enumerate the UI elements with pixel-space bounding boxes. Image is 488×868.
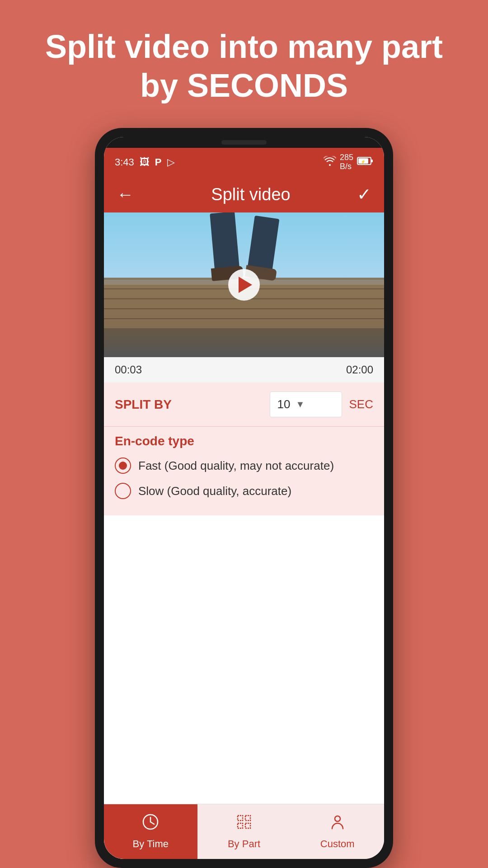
svg-point-11 [335,816,340,821]
video-player[interactable] [104,212,384,357]
grid-icon [235,813,253,835]
radio-slow-label: Slow (Good quality, accurate) [138,484,291,498]
split-value-dropdown[interactable]: 10 ▼ [270,392,342,417]
split-value: 10 [277,397,291,411]
toolbar-title: Split video [145,185,357,204]
confirm-button[interactable]: ✓ [357,184,371,204]
battery-icon: ⚡ [357,156,373,168]
back-button[interactable]: ← [117,185,134,204]
radio-fast-icon [115,458,131,474]
svg-rect-7 [238,816,243,821]
svg-rect-2 [371,160,373,162]
svg-rect-10 [245,823,250,828]
play-button[interactable] [228,269,260,301]
split-by-label: SPLIT BY [115,397,263,412]
status-data: 285B/s [340,153,353,171]
timeline-bar: 00:03 02:00 [104,357,384,382]
svg-text:⚡: ⚡ [361,159,366,165]
wifi-icon [324,156,336,168]
encode-section: En-code type Fast (Good quality, may not… [104,426,384,515]
total-time: 02:00 [346,363,373,376]
status-icon-p: P [155,156,162,168]
svg-rect-9 [238,823,243,828]
svg-rect-8 [245,816,250,821]
status-bar: 3:43 🖼 P ▷ 285B/s [104,148,384,177]
nav-item-by-part[interactable]: By Part [197,804,291,859]
status-icon-play: ▷ [167,156,175,168]
split-unit-label: SEC [349,397,373,411]
radio-slow-icon [115,483,131,499]
bottom-nav: By Time By Part [104,804,384,859]
radio-option-slow[interactable]: Slow (Good quality, accurate) [115,483,373,499]
nav-custom-label: Custom [320,838,355,850]
nav-item-by-time[interactable]: By Time [104,804,197,859]
status-icon-photo: 🖼 [140,156,150,168]
svg-line-6 [150,822,154,824]
nav-item-custom[interactable]: Custom [291,804,384,859]
dropdown-arrow-icon: ▼ [296,399,305,410]
person-icon [329,813,346,835]
nav-by-part-label: By Part [228,838,260,850]
current-time: 00:03 [115,363,142,376]
hero-title: Split video into many part by SECONDS [0,0,488,128]
app-toolbar: ← Split video ✓ [104,176,384,212]
phone-frame: 3:43 🖼 P ▷ 285B/s [95,128,393,868]
status-time: 3:43 [115,156,134,168]
clock-icon [142,813,159,835]
nav-by-time-label: By Time [133,838,169,850]
encode-title: En-code type [115,434,373,448]
radio-fast-label: Fast (Good quality, may not accurate) [138,459,334,473]
radio-option-fast[interactable]: Fast (Good quality, may not accurate) [115,458,373,474]
